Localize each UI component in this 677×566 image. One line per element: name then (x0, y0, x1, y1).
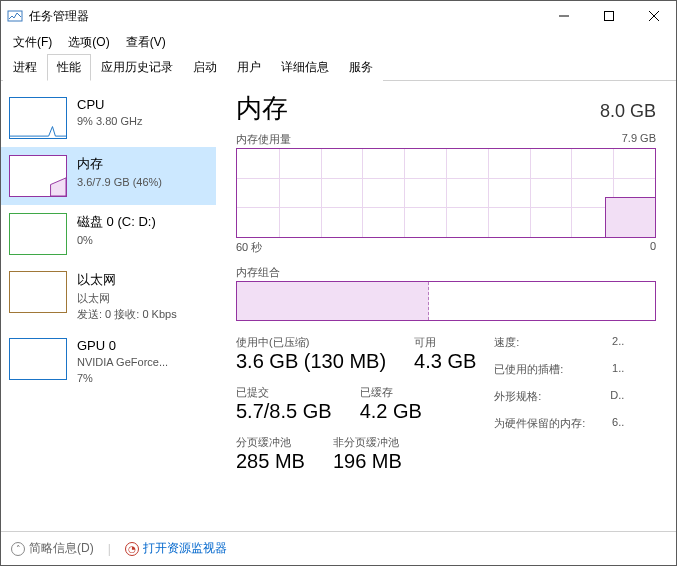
memory-stats: 使用中(已压缩) 3.6 GB (130 MB) 可用 4.3 GB 已提交 5… (236, 335, 656, 473)
paged-label: 分页缓冲池 (236, 435, 305, 450)
reserved-key: 为硬件保留的内存: (494, 416, 585, 431)
form-val: D.. (610, 389, 624, 404)
in-use-label: 使用中(已压缩) (236, 335, 386, 350)
gpu-thumbnail (9, 338, 67, 380)
usage-chart-max: 7.9 GB (622, 132, 656, 147)
detail-title: 内存 (236, 91, 288, 126)
committed-value: 5.7/8.5 GB (236, 400, 332, 423)
fewer-details-link[interactable]: ˄ 简略信息(D) (11, 540, 94, 557)
composition-label: 内存组合 (236, 265, 280, 280)
in-use-value: 3.6 GB (130 MB) (236, 350, 386, 373)
sidebar-item-disk[interactable]: 磁盘 0 (C: D:) 0% (1, 205, 216, 263)
disk-sublabel: 0% (77, 233, 156, 247)
window-title: 任务管理器 (29, 8, 541, 25)
gpu-sub2: 7% (77, 371, 168, 385)
footer: ˄ 简略信息(D) | ◔ 打开资源监视器 (1, 531, 676, 565)
cached-label: 已缓存 (360, 385, 422, 400)
chevron-up-icon: ˄ (11, 542, 25, 556)
disk-thumbnail (9, 213, 67, 255)
speed-val: 2.. (612, 335, 624, 350)
menu-file[interactable]: 文件(F) (5, 32, 60, 53)
footer-separator: | (108, 542, 111, 556)
total-memory: 8.0 GB (600, 101, 656, 122)
menubar: 文件(F) 选项(O) 查看(V) (1, 31, 676, 53)
minimize-button[interactable] (541, 1, 586, 31)
usage-chart-label: 内存使用量 (236, 132, 291, 147)
cpu-thumbnail (9, 97, 67, 139)
paged-value: 285 MB (236, 450, 305, 473)
tab-users[interactable]: 用户 (227, 54, 271, 81)
nonpaged-value: 196 MB (333, 450, 402, 473)
xaxis-right: 0 (650, 240, 656, 255)
memory-sublabel: 3.6/7.9 GB (46%) (77, 175, 162, 189)
menu-view[interactable]: 查看(V) (118, 32, 174, 53)
monitor-icon: ◔ (125, 542, 139, 556)
menu-options[interactable]: 选项(O) (60, 32, 117, 53)
sidebar-item-gpu[interactable]: GPU 0 NVIDIA GeForce... 7% (1, 330, 216, 394)
memory-usage-chart[interactable] (236, 148, 656, 238)
sidebar-item-memory[interactable]: 内存 3.6/7.9 GB (46%) (1, 147, 216, 205)
memory-composition-chart[interactable] (236, 281, 656, 321)
svg-marker-5 (51, 178, 66, 196)
slots-val: 1.. (612, 362, 624, 377)
close-button[interactable] (631, 1, 676, 31)
detail-panel: 内存 8.0 GB 内存使用量 7.9 GB 60 秒 0 内存组合 (216, 81, 676, 531)
titlebar: 任务管理器 (1, 1, 676, 31)
memory-label: 内存 (77, 155, 162, 173)
committed-label: 已提交 (236, 385, 332, 400)
gpu-label: GPU 0 (77, 338, 168, 353)
disk-label: 磁盘 0 (C: D:) (77, 213, 156, 231)
open-resource-monitor-link[interactable]: ◔ 打开资源监视器 (125, 540, 227, 557)
performance-sidebar[interactable]: CPU 9% 3.80 GHz 内存 3.6/7.9 GB (46%) 磁盘 0… (1, 81, 216, 531)
tab-startup[interactable]: 启动 (183, 54, 227, 81)
cpu-sublabel: 9% 3.80 GHz (77, 114, 142, 128)
window-controls (541, 1, 676, 31)
form-key: 外形规格: (494, 389, 541, 404)
app-icon (7, 8, 23, 24)
content-area: CPU 9% 3.80 GHz 内存 3.6/7.9 GB (46%) 磁盘 0… (1, 81, 676, 531)
ethernet-sub1: 以太网 (77, 291, 177, 305)
ethernet-label: 以太网 (77, 271, 177, 289)
nonpaged-label: 非分页缓冲池 (333, 435, 402, 450)
tab-app-history[interactable]: 应用历史记录 (91, 54, 183, 81)
speed-key: 速度: (494, 335, 519, 350)
available-value: 4.3 GB (414, 350, 476, 373)
ethernet-sub2: 发送: 0 接收: 0 Kbps (77, 307, 177, 321)
tab-performance[interactable]: 性能 (47, 54, 91, 81)
available-label: 可用 (414, 335, 476, 350)
memory-thumbnail (9, 155, 67, 197)
slots-key: 已使用的插槽: (494, 362, 563, 377)
cpu-label: CPU (77, 97, 142, 112)
xaxis-left: 60 秒 (236, 240, 262, 255)
tab-processes[interactable]: 进程 (3, 54, 47, 81)
sidebar-item-cpu[interactable]: CPU 9% 3.80 GHz (1, 89, 216, 147)
cached-value: 4.2 GB (360, 400, 422, 423)
ethernet-thumbnail (9, 271, 67, 313)
maximize-button[interactable] (586, 1, 631, 31)
reserved-val: 6.. (612, 416, 624, 431)
gpu-sub1: NVIDIA GeForce... (77, 355, 168, 369)
sidebar-item-ethernet[interactable]: 以太网 以太网 发送: 0 接收: 0 Kbps (1, 263, 216, 330)
tab-details[interactable]: 详细信息 (271, 54, 339, 81)
tabstrip: 进程 性能 应用历史记录 启动 用户 详细信息 服务 (1, 53, 676, 81)
svg-rect-2 (604, 12, 613, 21)
tab-services[interactable]: 服务 (339, 54, 383, 81)
